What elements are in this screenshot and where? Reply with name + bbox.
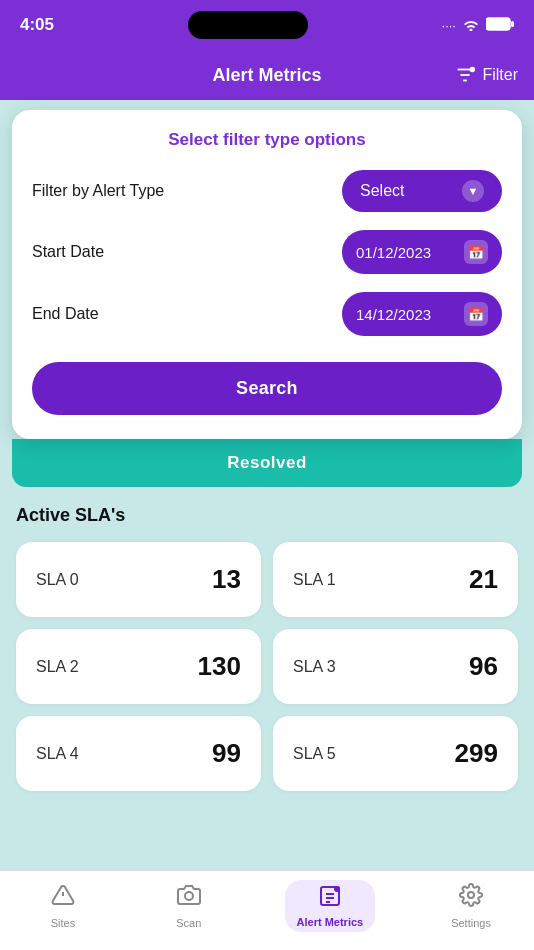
sla-card: SLA 3 96: [273, 629, 518, 704]
sites-icon: [51, 883, 75, 913]
alert-metrics-icon: [318, 884, 342, 914]
sla-card: SLA 2 130: [16, 629, 261, 704]
notch: [188, 11, 308, 39]
end-date-value: 14/12/2023: [356, 306, 431, 323]
svg-rect-1: [511, 21, 514, 27]
resolved-bar: Resolved: [12, 439, 522, 487]
signal-icon: ····: [442, 18, 456, 33]
sla-value: 299: [455, 738, 498, 769]
app-header: Alert Metrics Filter: [0, 50, 534, 100]
svg-point-14: [468, 892, 474, 898]
sla-card: SLA 1 21: [273, 542, 518, 617]
sla-name: SLA 1: [293, 571, 336, 589]
sla-value: 96: [469, 651, 498, 682]
svg-point-8: [185, 892, 193, 900]
nav-item-alert-metrics[interactable]: Alert Metrics: [285, 880, 376, 932]
sla-name: SLA 5: [293, 745, 336, 763]
settings-icon: [459, 883, 483, 913]
sla-name: SLA 2: [36, 658, 79, 676]
sla-name: SLA 0: [36, 571, 79, 589]
nav-label-alert-metrics: Alert Metrics: [297, 916, 364, 928]
select-value: Select: [360, 182, 404, 200]
filter-panel-title: Select filter type options: [32, 130, 502, 150]
main-content: Active SLA's SLA 0 13 SLA 1 21 SLA 2 130…: [0, 487, 534, 791]
filter-button[interactable]: Filter: [454, 64, 518, 86]
sla-value: 13: [212, 564, 241, 595]
status-bar: 4:05 ····: [0, 0, 534, 50]
nav-label-scan: Scan: [176, 917, 201, 929]
svg-rect-0: [486, 18, 510, 30]
nav-label-sites: Sites: [51, 917, 75, 929]
sla-value: 130: [198, 651, 241, 682]
nav-item-sites[interactable]: Sites: [33, 883, 93, 929]
filter-alert-type-label: Filter by Alert Type: [32, 182, 164, 200]
start-date-row: Start Date 01/12/2023 📅: [32, 230, 502, 274]
filter-panel: Select filter type options Filter by Ale…: [12, 110, 522, 439]
nav-item-settings[interactable]: Settings: [441, 883, 501, 929]
bottom-nav: Sites Scan Alert Metrics: [0, 870, 534, 950]
sla-value: 21: [469, 564, 498, 595]
start-date-label: Start Date: [32, 243, 104, 261]
nav-item-scan[interactable]: Scan: [159, 883, 219, 929]
status-time: 4:05: [20, 15, 54, 35]
end-date-row: End Date 14/12/2023 📅: [32, 292, 502, 336]
end-date-picker[interactable]: 14/12/2023 📅: [342, 292, 502, 336]
end-date-label: End Date: [32, 305, 99, 323]
scan-icon: [177, 883, 201, 913]
start-date-picker[interactable]: 01/12/2023 📅: [342, 230, 502, 274]
page-title: Alert Metrics: [212, 65, 321, 86]
svg-point-5: [471, 68, 475, 72]
sla-name: SLA 4: [36, 745, 79, 763]
calendar-icon: 📅: [464, 240, 488, 264]
sla-card: SLA 4 99: [16, 716, 261, 791]
sla-card: SLA 5 299: [273, 716, 518, 791]
svg-point-13: [334, 886, 340, 892]
battery-icon: [486, 17, 514, 34]
status-icons: ····: [442, 17, 514, 34]
chevron-down-icon: ▼: [462, 180, 484, 202]
filter-alert-type-row: Filter by Alert Type Select ▼: [32, 170, 502, 212]
alert-type-select[interactable]: Select ▼: [342, 170, 502, 212]
filter-label: Filter: [482, 66, 518, 84]
sla-value: 99: [212, 738, 241, 769]
resolved-label: Resolved: [227, 453, 307, 472]
sla-section-title: Active SLA's: [16, 505, 518, 526]
sla-card: SLA 0 13: [16, 542, 261, 617]
sla-grid: SLA 0 13 SLA 1 21 SLA 2 130 SLA 3 96 SLA…: [16, 542, 518, 791]
search-button[interactable]: Search: [32, 362, 502, 415]
calendar-icon-end: 📅: [464, 302, 488, 326]
wifi-icon: [462, 17, 480, 34]
nav-label-settings: Settings: [451, 917, 491, 929]
sla-name: SLA 3: [293, 658, 336, 676]
start-date-value: 01/12/2023: [356, 244, 431, 261]
